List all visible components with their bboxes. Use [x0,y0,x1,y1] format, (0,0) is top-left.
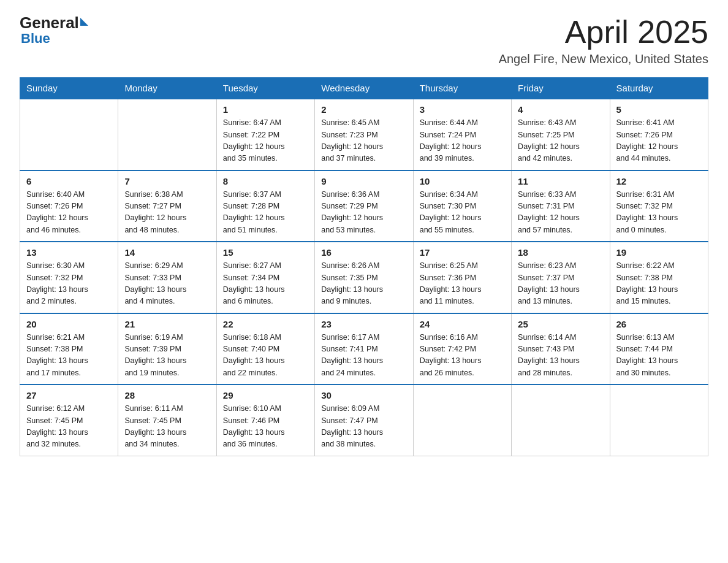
day-info: Sunrise: 6:22 AM Sunset: 7:38 PM Dayligh… [616,260,702,308]
day-number: 8 [223,176,308,186]
page-header: General Blue April 2025 Angel Fire, New … [20,15,708,66]
day-number: 10 [420,176,505,186]
header-wednesday: Wednesday [315,78,413,99]
day-number: 13 [26,247,112,258]
day-info: Sunrise: 6:40 AM Sunset: 7:26 PM Dayligh… [26,189,112,237]
day-number: 18 [518,247,603,258]
table-row [20,99,118,170]
day-number: 14 [124,247,210,258]
table-row: 28Sunrise: 6:11 AM Sunset: 7:45 PM Dayli… [118,385,216,456]
day-number: 24 [420,319,505,329]
subtitle: Angel Fire, New Mexico, United States [499,52,708,66]
day-info: Sunrise: 6:16 AM Sunset: 7:42 PM Dayligh… [420,332,505,380]
table-row: 11Sunrise: 6:33 AM Sunset: 7:31 PM Dayli… [512,170,610,242]
day-info: Sunrise: 6:29 AM Sunset: 7:33 PM Dayligh… [124,260,210,308]
day-number: 28 [124,390,210,400]
calendar-week-row: 27Sunrise: 6:12 AM Sunset: 7:45 PM Dayli… [20,385,708,456]
header-friday: Friday [512,78,610,99]
day-number: 29 [223,390,308,400]
table-row: 1Sunrise: 6:47 AM Sunset: 7:22 PM Daylig… [216,99,314,170]
table-row: 19Sunrise: 6:22 AM Sunset: 7:38 PM Dayli… [610,242,708,313]
day-number: 12 [616,176,702,186]
day-info: Sunrise: 6:45 AM Sunset: 7:23 PM Dayligh… [321,117,406,165]
table-row: 2Sunrise: 6:45 AM Sunset: 7:23 PM Daylig… [315,99,413,170]
table-row: 29Sunrise: 6:10 AM Sunset: 7:46 PM Dayli… [216,385,314,456]
day-number: 15 [223,247,308,258]
day-info: Sunrise: 6:23 AM Sunset: 7:37 PM Dayligh… [518,260,603,308]
day-number: 6 [26,176,112,186]
table-row: 22Sunrise: 6:18 AM Sunset: 7:40 PM Dayli… [216,313,314,385]
day-number: 17 [420,247,505,258]
header-sunday: Sunday [20,78,118,99]
calendar-week-row: 20Sunrise: 6:21 AM Sunset: 7:38 PM Dayli… [20,313,708,385]
day-info: Sunrise: 6:34 AM Sunset: 7:30 PM Dayligh… [420,189,505,237]
table-row: 25Sunrise: 6:14 AM Sunset: 7:43 PM Dayli… [512,313,610,385]
day-info: Sunrise: 6:18 AM Sunset: 7:40 PM Dayligh… [223,332,308,380]
day-info: Sunrise: 6:33 AM Sunset: 7:31 PM Dayligh… [518,189,603,237]
table-row: 6Sunrise: 6:40 AM Sunset: 7:26 PM Daylig… [20,170,118,242]
day-info: Sunrise: 6:09 AM Sunset: 7:47 PM Dayligh… [321,403,406,451]
table-row: 7Sunrise: 6:38 AM Sunset: 7:27 PM Daylig… [118,170,216,242]
table-row: 10Sunrise: 6:34 AM Sunset: 7:30 PM Dayli… [413,170,511,242]
table-row: 13Sunrise: 6:30 AM Sunset: 7:32 PM Dayli… [20,242,118,313]
table-row: 4Sunrise: 6:43 AM Sunset: 7:25 PM Daylig… [512,99,610,170]
table-row: 23Sunrise: 6:17 AM Sunset: 7:41 PM Dayli… [315,313,413,385]
table-row: 3Sunrise: 6:44 AM Sunset: 7:24 PM Daylig… [413,99,511,170]
day-number: 7 [124,176,210,186]
table-row: 21Sunrise: 6:19 AM Sunset: 7:39 PM Dayli… [118,313,216,385]
table-row: 20Sunrise: 6:21 AM Sunset: 7:38 PM Dayli… [20,313,118,385]
day-number: 27 [26,390,112,400]
table-row: 14Sunrise: 6:29 AM Sunset: 7:33 PM Dayli… [118,242,216,313]
calendar-week-row: 13Sunrise: 6:30 AM Sunset: 7:32 PM Dayli… [20,242,708,313]
day-info: Sunrise: 6:41 AM Sunset: 7:26 PM Dayligh… [616,117,702,165]
logo-blue: Blue [21,31,50,47]
day-info: Sunrise: 6:25 AM Sunset: 7:36 PM Dayligh… [420,260,505,308]
day-info: Sunrise: 6:44 AM Sunset: 7:24 PM Dayligh… [420,117,505,165]
table-row [610,385,708,456]
main-title: April 2025 [499,15,708,50]
day-number: 20 [26,319,112,329]
day-info: Sunrise: 6:19 AM Sunset: 7:39 PM Dayligh… [124,332,210,380]
table-row: 5Sunrise: 6:41 AM Sunset: 7:26 PM Daylig… [610,99,708,170]
day-info: Sunrise: 6:14 AM Sunset: 7:43 PM Dayligh… [518,332,603,380]
day-number: 23 [321,319,406,329]
day-number: 30 [321,390,406,400]
table-row: 9Sunrise: 6:36 AM Sunset: 7:29 PM Daylig… [315,170,413,242]
day-number: 3 [420,104,505,115]
calendar-header-row: Sunday Monday Tuesday Wednesday Thursday… [20,78,708,99]
day-number: 16 [321,247,406,258]
day-number: 2 [321,104,406,115]
day-info: Sunrise: 6:27 AM Sunset: 7:34 PM Dayligh… [223,260,308,308]
table-row [118,99,216,170]
table-row: 15Sunrise: 6:27 AM Sunset: 7:34 PM Dayli… [216,242,314,313]
table-row: 8Sunrise: 6:37 AM Sunset: 7:28 PM Daylig… [216,170,314,242]
day-info: Sunrise: 6:21 AM Sunset: 7:38 PM Dayligh… [26,332,112,380]
table-row: 30Sunrise: 6:09 AM Sunset: 7:47 PM Dayli… [315,385,413,456]
logo: General [20,15,88,31]
header-tuesday: Tuesday [216,78,314,99]
title-area: April 2025 Angel Fire, New Mexico, Unite… [499,15,708,66]
table-row [512,385,610,456]
calendar-table: Sunday Monday Tuesday Wednesday Thursday… [20,77,708,456]
day-info: Sunrise: 6:36 AM Sunset: 7:29 PM Dayligh… [321,189,406,237]
table-row: 27Sunrise: 6:12 AM Sunset: 7:45 PM Dayli… [20,385,118,456]
day-info: Sunrise: 6:37 AM Sunset: 7:28 PM Dayligh… [223,189,308,237]
calendar-week-row: 1Sunrise: 6:47 AM Sunset: 7:22 PM Daylig… [20,99,708,170]
day-info: Sunrise: 6:31 AM Sunset: 7:32 PM Dayligh… [616,189,702,237]
header-monday: Monday [118,78,216,99]
day-info: Sunrise: 6:11 AM Sunset: 7:45 PM Dayligh… [124,403,210,451]
table-row: 24Sunrise: 6:16 AM Sunset: 7:42 PM Dayli… [413,313,511,385]
table-row [413,385,511,456]
header-saturday: Saturday [610,78,708,99]
logo-general: General [20,15,79,31]
day-info: Sunrise: 6:10 AM Sunset: 7:46 PM Dayligh… [223,403,308,451]
logo-arrow-icon [80,18,88,26]
table-row: 12Sunrise: 6:31 AM Sunset: 7:32 PM Dayli… [610,170,708,242]
table-row: 18Sunrise: 6:23 AM Sunset: 7:37 PM Dayli… [512,242,610,313]
day-number: 21 [124,319,210,329]
header-thursday: Thursday [413,78,511,99]
table-row: 16Sunrise: 6:26 AM Sunset: 7:35 PM Dayli… [315,242,413,313]
day-number: 4 [518,104,603,115]
day-info: Sunrise: 6:47 AM Sunset: 7:22 PM Dayligh… [223,117,308,165]
day-number: 9 [321,176,406,186]
